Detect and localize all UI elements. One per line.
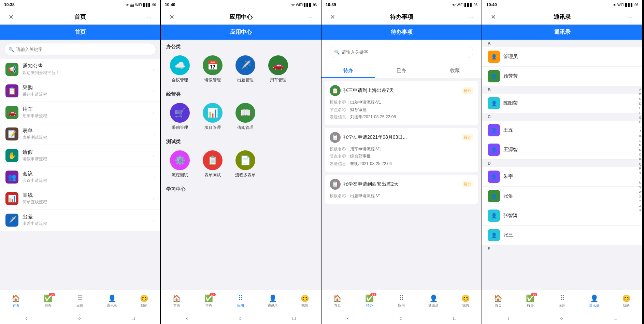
alpha-l[interactable]: L [639,139,642,143]
app-meeting[interactable]: ☁️ 会议管理 [166,55,194,83]
recent-btn-2[interactable]: □ [292,315,295,321]
nav-todo-4[interactable]: ✅14 待办 [514,292,546,310]
menu-item-5[interactable]: 👥 会议 会议申请流程 › [0,166,160,188]
nav-contacts-3[interactable]: 👤 通讯录 [417,292,449,310]
alpha-s[interactable]: S [639,171,642,176]
alpha-z[interactable]: Z [639,204,642,208]
app-project[interactable]: 📊 项目管理 [199,103,226,131]
recent-btn-3[interactable]: □ [453,315,456,321]
nav-contacts-2[interactable]: 👤 通讯录 [257,292,289,310]
app-car[interactable]: 🚗 用车管理 [264,55,292,83]
todo-card-1[interactable]: 📋 张学友申请2021年08月03日... 待办 模板名称：用车申请流程-V1 … [325,128,478,172]
alpha-hash[interactable]: # [639,208,642,213]
app-multi-form[interactable]: 📄 流程多表单 [232,150,259,178]
more-btn-2[interactable]: ··· [304,13,315,21]
alpha-j[interactable]: J [639,129,642,134]
more-btn-1[interactable]: ··· [144,13,155,21]
more-btn-4[interactable]: ··· [626,13,637,21]
alpha-a[interactable]: A [639,87,642,92]
contact-zhangqiao[interactable]: 👤 张侨 [482,187,642,206]
home-sys-btn-1[interactable]: ○ [78,315,81,321]
back-btn-2[interactable]: ‹ [186,315,188,321]
nav-mine-1[interactable]: 😊 我的 [128,292,160,310]
alpha-v[interactable]: V [639,185,642,189]
home-sys-btn-4[interactable]: ○ [560,315,563,321]
menu-item-3[interactable]: 📝 表单 表单测试流程 › [0,123,160,145]
search-input-3[interactable] [342,50,469,55]
search-bar-1[interactable]: 🔍 [4,43,156,55]
app-form-test[interactable]: 📋 表单测试 [199,150,226,178]
contact-zhangsan[interactable]: 👤 张三 [482,226,642,245]
alpha-p[interactable]: P [639,157,642,162]
alpha-r[interactable]: R [639,166,642,171]
contact-wangwu[interactable]: 👤 王五 [482,121,642,140]
app-leave[interactable]: 📅 请假管理 [199,55,226,83]
alpha-w[interactable]: W [639,190,642,194]
alpha-q[interactable]: Q [639,162,642,166]
back-btn-3[interactable]: ‹ [347,315,349,321]
contact-zhangzhi[interactable]: 👤 张智涛 [482,206,642,226]
nav-todo-3[interactable]: ✅14 待办 [354,292,386,310]
contact-admin[interactable]: 👤 管理员 [482,47,642,67]
alpha-e[interactable]: E [639,106,642,110]
nav-home-3[interactable]: 🏠 首页 [321,292,354,310]
nav-home-1[interactable]: 🏠 首页 [0,292,32,310]
todo-card-0[interactable]: 📋 张三申请到上海出差7天 待办 模板名称：出差申请流程-V1 节点名称：财务审… [325,81,478,125]
nav-apps-4[interactable]: ⠿ 应用 [546,292,578,310]
tab-done[interactable]: 已办 [375,64,428,78]
nav-mine-4[interactable]: 😊 我的 [610,292,642,310]
menu-item-2[interactable]: 🚗 用车 用车申请流程 › [0,102,160,123]
menu-item-0[interactable]: 📢 通知公告 欢迎来到云程平台！ › [0,59,160,80]
alpha-g[interactable]: G [639,116,642,120]
menu-item-4[interactable]: ✋ 请假 请假申请流程 › [0,145,160,166]
nav-apps-2[interactable]: ⠿ 应用 [225,292,257,310]
close-btn-4[interactable]: ✕ [488,13,499,21]
alpha-x[interactable]: X [639,194,642,199]
alpha-k[interactable]: K [639,134,642,138]
app-flow-test[interactable]: ⚙️ 流程测试 [166,150,194,178]
recent-btn-4[interactable]: □ [614,315,617,321]
tab-pending[interactable]: 待办 [321,64,375,78]
search-input-1[interactable] [16,47,152,52]
app-procurement[interactable]: 🛒 采购管理 [166,103,194,131]
alpha-i[interactable]: I [639,125,642,129]
more-btn-3[interactable]: ··· [465,13,476,21]
contact-zhuyu[interactable]: 👤 朱宇 [482,167,642,187]
alpha-b[interactable]: B [639,92,642,97]
alpha-h[interactable]: H [639,120,642,124]
alpha-y[interactable]: Y [639,199,642,203]
alpha-u[interactable]: U [639,180,642,185]
menu-item-1[interactable]: 📋 采购 采购申请流程 › [0,80,160,102]
alpha-d[interactable]: D [639,102,642,106]
nav-contacts-4[interactable]: 👤 通讯录 [578,292,610,310]
app-business-trip[interactable]: ✈️ 出差管理 [232,55,259,83]
alpha-t[interactable]: T [639,176,642,180]
back-btn-4[interactable]: ‹ [508,315,510,321]
tab-starred[interactable]: 收藏 [428,64,482,78]
search-bar-3[interactable]: 🔍 [330,46,473,58]
nav-todo-2[interactable]: ✅14 待办 [193,292,225,310]
alpha-n[interactable]: N [639,148,642,152]
menu-item-7[interactable]: ✈️ 出差 出差申请流程 › [0,210,160,231]
contact-wangyuan[interactable]: 👤 王源智 [482,140,642,160]
nav-mine-2[interactable]: 😊 我的 [289,292,321,310]
app-borrow[interactable]: 📖 借阅管理 [232,103,259,131]
close-btn-3[interactable]: ✕ [327,13,338,21]
alpha-m[interactable]: M [639,143,642,148]
contact-chenyong[interactable]: 👤 陈阳荣 [482,94,642,113]
nav-home-4[interactable]: 🏠 首页 [482,292,514,310]
home-sys-btn-3[interactable]: ○ [399,315,402,321]
nav-contacts-1[interactable]: 👤 通讯录 [96,292,128,310]
back-btn-1[interactable]: ‹ [26,315,27,321]
close-btn-2[interactable]: ✕ [166,13,177,21]
nav-apps-3[interactable]: ⠿ 应用 [386,292,418,310]
alpha-f[interactable]: F [639,111,642,115]
nav-home-2[interactable]: 🏠 首页 [161,292,193,310]
recent-btn-1[interactable]: □ [132,315,134,321]
home-sys-btn-2[interactable]: ○ [239,315,241,321]
contact-gufang[interactable]: 👤 顾芳芳 [482,67,642,86]
todo-card-2[interactable]: 📋 张学友申请到西安出差2天 待办 模板名称：出差申请流程-V1 [325,175,478,204]
menu-item-6[interactable]: 📊 直线 简单直线流程 › [0,188,160,209]
alpha-c[interactable]: C [639,97,642,101]
nav-mine-3[interactable]: 😊 我的 [449,292,482,310]
